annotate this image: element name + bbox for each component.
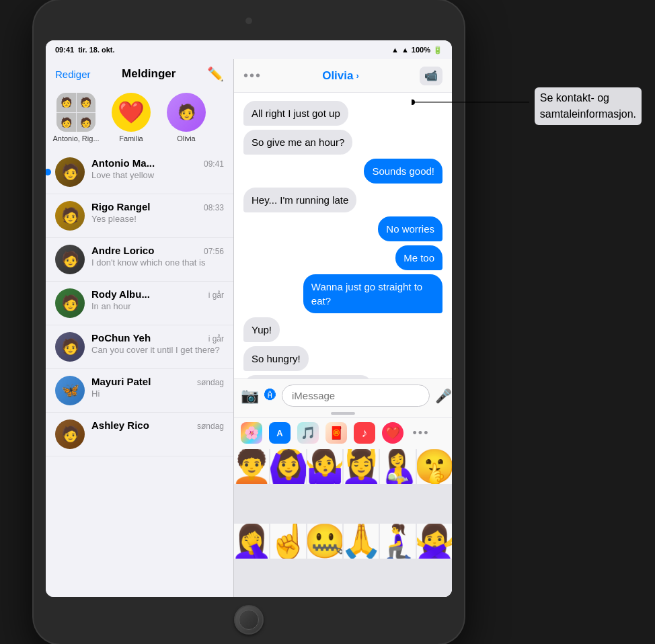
chat-header: ••• Olivia › 📹: [234, 59, 452, 93]
sticker-6[interactable]: 🤫: [417, 449, 452, 484]
sticker-11[interactable]: 🧎‍♀️: [380, 524, 415, 559]
audio-button[interactable]: 🎵: [297, 422, 319, 444]
sticker-4[interactable]: 💆‍♀️: [344, 449, 379, 484]
status-bar-right: ▲ ▲ 100% 🔋: [391, 46, 442, 54]
avatar-rody: 🧑: [55, 288, 85, 318]
status-bar: 09:41 tir. 18. okt. ▲ ▲ 100% 🔋: [46, 40, 452, 59]
sticker-1[interactable]: 🧑‍🦱: [234, 449, 269, 484]
sub-avatar-4: 🧑: [77, 113, 96, 132]
compose-button[interactable]: ✏️: [207, 66, 224, 82]
chat-area: ••• Olivia › 📹 All right I just got up: [234, 59, 452, 597]
sticker-9[interactable]: 🤐: [307, 524, 342, 559]
time: 09:41: [55, 46, 74, 54]
message-row-6: Me too: [243, 245, 442, 270]
conversation-list: 🧑 Antonio Ma... 09:41 Love that yellow: [46, 151, 233, 597]
message-bubble: All right I just got up: [243, 101, 348, 126]
sticker-7[interactable]: 🤦‍♀️: [234, 524, 269, 559]
conv-info-rigo: Rigo Rangel 08:33 Yes please!: [91, 201, 224, 224]
sidebar-title: Meldinger: [122, 67, 176, 81]
conv-info-pochun: PoChun Yeh i går Can you cover it until …: [91, 332, 224, 355]
ipad-frame: 09:41 tir. 18. okt. ▲ ▲ 100% 🔋 Rediger M…: [34, 0, 464, 644]
conv-preview: Can you cover it until I get there?: [91, 345, 224, 355]
conv-info-antonio: Antonio Ma... 09:41 Love that yellow: [91, 157, 224, 180]
avatar-mayuri: 🦋: [55, 376, 85, 405]
chevron-icon: ›: [356, 71, 358, 81]
avatar-rigo: 🧑: [55, 201, 85, 231]
message-row-4: Hey... I'm running late: [243, 188, 442, 212]
message-bubble: Yup!: [243, 317, 280, 342]
conv-item-rody[interactable]: 🧑 Rody Albu... i går In an hour: [46, 282, 233, 325]
conv-header: Rigo Rangel 08:33: [91, 201, 224, 212]
date: tir. 18. okt.: [78, 46, 114, 54]
header-actions: 📹: [420, 67, 442, 85]
sticker-8[interactable]: ☝️: [270, 524, 305, 559]
pinned-contact-antonio-rigo[interactable]: 🧑 🧑 🧑 🧑 Antonio, Rig...: [52, 93, 100, 143]
video-call-button[interactable]: 📹: [420, 67, 442, 85]
more-apps-button[interactable]: •••: [410, 422, 432, 444]
conv-time: i går: [208, 334, 224, 344]
callout: Se kontakt- og samtaleinformasjon.: [535, 87, 642, 125]
sub-avatar-2: 🧑: [77, 93, 96, 112]
avatar-pochun: 🧑: [55, 332, 85, 362]
conv-preview: In an hour: [91, 301, 224, 311]
message-bubble: Hey... I'm running late: [243, 188, 356, 212]
message-bubble: Me too: [395, 245, 442, 270]
conv-time: 09:41: [204, 159, 224, 169]
apps-button[interactable]: 🅐: [264, 385, 276, 407]
conv-name: Andre Lorico: [91, 245, 154, 256]
conv-item-mayuri[interactable]: 🦋 Mayuri Patel søndag Hi: [46, 369, 233, 413]
appstore-button[interactable]: A: [269, 422, 291, 444]
conv-name: PoChun Yeh: [91, 332, 151, 344]
conv-info-ashley: Ashley Rico søndag: [91, 419, 224, 432]
message-bubble: Sounds good!: [364, 159, 442, 184]
conv-header: Rody Albu... i går: [91, 288, 224, 300]
message-bubble: No worries: [378, 216, 442, 241]
sticker-3[interactable]: 🤷‍♀️: [307, 449, 342, 484]
battery: 100%: [412, 46, 430, 54]
conv-item-andre[interactable]: 🧑 Andre Lorico 07:56 I don't know which …: [46, 238, 233, 282]
music-button[interactable]: ♪: [354, 422, 375, 444]
conv-item-pochun[interactable]: 🧑 PoChun Yeh i går Can you cover it unti…: [46, 325, 233, 369]
conv-name: Ashley Rico: [91, 419, 149, 431]
message-bubble: So hungry!: [243, 346, 309, 371]
sticker-button[interactable]: 🧧: [325, 422, 347, 444]
pinned-name-familia: Familia: [108, 134, 155, 143]
contact-name: Olivia: [322, 69, 353, 83]
home-button[interactable]: [234, 605, 264, 635]
message-input[interactable]: [282, 385, 430, 407]
app-content: Rediger Meldinger ✏️ 🧑 🧑 🧑 🧑 Antonio, Ri…: [46, 59, 452, 597]
conv-item-ashley[interactable]: 🧑 Ashley Rico søndag: [46, 413, 233, 456]
conv-item-antonio[interactable]: 🧑 Antonio Ma... 09:41 Love that yellow: [46, 151, 233, 194]
unread-dot: [46, 169, 51, 175]
message-row-8: Yup!: [243, 317, 442, 342]
photos-app-button[interactable]: 🌸: [241, 422, 262, 444]
location-icon: ▲: [391, 46, 399, 54]
pinned-name-antonio: Antonio, Rig...: [52, 134, 100, 143]
sticker-5[interactable]: 🤱: [380, 449, 415, 484]
input-area: 📷 🅐 🎤 🌸 A 🎵 🧧 ♪ ❤️ •••: [234, 378, 452, 449]
heart-button[interactable]: ❤️: [382, 422, 403, 444]
microphone-button[interactable]: 🎤: [435, 388, 452, 404]
pinned-contact-familia[interactable]: ❤️ Familia: [108, 93, 155, 143]
sub-avatar-3: 🧑: [56, 113, 76, 132]
conv-info-rody: Rody Albu... i går In an hour: [91, 288, 224, 311]
pinned-contact-olivia[interactable]: 🧑 Olivia: [163, 93, 210, 143]
sticker-12[interactable]: 🙅‍♀️: [417, 524, 452, 559]
contact-name-header[interactable]: Olivia ›: [322, 69, 359, 83]
callout-line1: Se kontakt- og: [540, 92, 609, 104]
pinned-contacts: 🧑 🧑 🧑 🧑 Antonio, Rig... ❤️ Familia 🧑: [46, 87, 233, 151]
conv-time: 07:56: [204, 247, 224, 256]
callout-text: Se kontakt- og samtaleinformasjon.: [535, 87, 642, 125]
ipad-screen: 09:41 tir. 18. okt. ▲ ▲ 100% 🔋 Rediger M…: [46, 40, 452, 597]
sticker-10[interactable]: 🙏: [344, 524, 379, 559]
sticker-2[interactable]: 🙆‍♀️: [270, 449, 305, 484]
conv-preview: Yes please!: [91, 214, 224, 224]
conv-item-rigo[interactable]: 🧑 Rigo Rangel 08:33 Yes please!: [46, 194, 233, 238]
camera-button[interactable]: 📷: [241, 385, 259, 407]
conv-info-andre: Andre Lorico 07:56 I don't know which on…: [91, 245, 224, 268]
message-bubble: So give me an hour?: [243, 130, 352, 155]
conv-header: PoChun Yeh i går: [91, 332, 224, 344]
edit-button[interactable]: Rediger: [55, 69, 91, 80]
sidebar: Rediger Meldinger ✏️ 🧑 🧑 🧑 🧑 Antonio, Ri…: [46, 59, 234, 597]
conv-header: Andre Lorico 07:56: [91, 245, 224, 256]
